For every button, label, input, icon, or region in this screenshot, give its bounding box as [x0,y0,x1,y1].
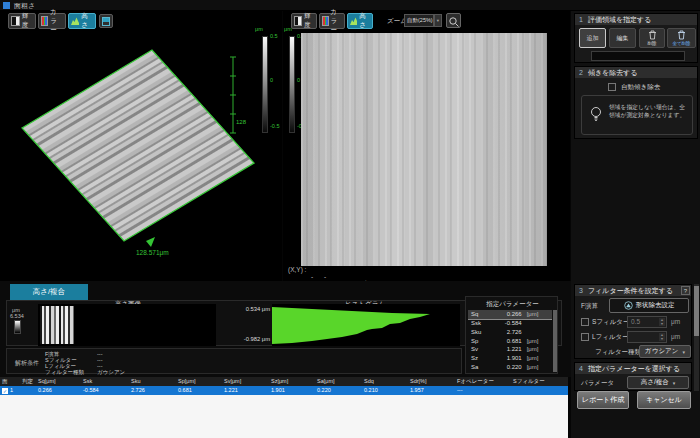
parameter-row-sp[interactable]: Sp0.681[μm] [468,337,552,346]
parameter-row-sq[interactable]: Sq0.266[μm] [468,310,552,319]
auto-tilt-label: 自動傾き除去 [621,83,660,91]
delete-label: 削除 [648,41,657,46]
s-filter-checkbox[interactable] [581,318,589,326]
dimension-label: 128.571μm [136,249,169,256]
histogram-box [272,304,460,346]
l-filter-spinner[interactable]: ▲▼ [659,333,665,341]
results-data-row[interactable]: ✓ 1 0.266 -0.584 2.726 0.681 1.221 1.901… [0,386,568,395]
col-sv[interactable]: Sv[μm] [222,377,269,386]
analysis-conditions-box: 解析条件 F演算--- Sフィルター--- Lフィルター--- フィルター種類ガ… [6,348,462,374]
parameter-label: パラメータ [581,379,614,387]
analysis-row-type: フィルター種類ガウシアン [45,369,125,375]
color-view-button[interactable]: カラー [38,13,66,29]
col-judgment[interactable]: 判定 [20,377,36,386]
colorbar-tick-mid-2d: 0 [297,77,300,83]
app-icon [3,2,10,9]
edit-label: 編集 [617,34,629,43]
brightness-view-button-2d[interactable]: 輝度 [291,13,317,29]
parameter-list-scrollbar[interactable] [553,310,557,372]
col-sz[interactable]: Sz[μm] [269,377,315,386]
add-region-button[interactable]: 追加 [579,28,606,48]
l-filter-checkbox[interactable] [581,333,589,341]
delete-region-button[interactable]: 削除 [639,28,665,48]
row-select-cell[interactable]: ✓ 1 [0,386,20,395]
height-image-box [38,304,216,346]
filter-type-select[interactable]: ガウシアン ▾ [639,345,691,358]
brightness-view-button[interactable]: 輝度 [8,13,36,29]
l-filter-label: Lフィルター [592,333,629,341]
col-sdr[interactable]: Sdr[%] [408,377,455,386]
add-label: 追加 [587,34,599,43]
viewer-3d-pane[interactable]: 輝度 カラー 高さ [0,11,282,281]
height-view-button[interactable]: 高さ [68,13,96,29]
edit-region-button[interactable]: 編集 [609,28,636,48]
step2-header: 2 傾きを除去する [575,67,697,78]
surface-3d-canvas[interactable] [0,35,282,281]
trash-icon [648,30,657,40]
delete-all-regions-button[interactable]: 全て削除 [667,28,696,48]
s-filter-input[interactable]: 0.5 ▲▼ [627,316,667,328]
surface-3d-mesh[interactable] [22,50,254,241]
col-surface[interactable]: 面 [0,377,20,386]
zoom-tool-button[interactable] [446,13,461,28]
parameter-list[interactable]: Sq0.266[μm] Ssk-0.584 Sku2.726 Sp0.681[μ… [468,310,552,372]
height-label: 高さ [359,12,370,30]
panel-scrollbar[interactable] [694,284,699,391]
parameter-select[interactable]: 高さ/複合 ▾ [627,376,689,389]
parameter-row-sku[interactable]: Sku2.726 [468,328,552,337]
parameter-row-ssk[interactable]: Ssk-0.584 [468,319,552,328]
parameter-value: 高さ/複合 [641,378,669,387]
panel-scrollbar-thumb[interactable] [694,286,699,336]
shape-removal-icon [624,301,633,310]
col-sp[interactable]: Sp[μm] [176,377,222,386]
viewer-2d-pane[interactable]: 輝度 カラー 高さ ズーム 自動(25%) ▾ μm 0.5 0 -0.5 (X… [283,11,570,281]
s-filter-spinner[interactable]: ▲▼ [659,318,665,326]
parameter-list-scrollbar-thumb[interactable] [553,310,557,372]
step1-section: 1 評価領域を指定する 追加 編集 削除 全て削除 [574,13,698,63]
region-list-field[interactable] [591,51,685,61]
zoom-select[interactable]: 自動(25%) [404,14,434,27]
height-view-button-2d[interactable]: 高さ [347,13,373,29]
step4-section: 4 指定パラメーターを選択する パラメータ 高さ/複合 ▾ [574,362,692,391]
xy-label: (X,Y) : [288,266,306,273]
view-3d-toggle-button[interactable] [99,14,113,28]
tab-height-hybrid[interactable]: 高さ/複合 [10,284,88,300]
step2-section: 2 傾きを除去する 自動傾き除去 領域を指定しない場合は、全領域が測定対象となり… [574,66,698,139]
step1-title: 評価領域を指定する [588,14,652,25]
step3-title: フィルター条件を設定する [588,285,673,296]
step1-header: 1 評価領域を指定する [575,14,697,25]
info-box: 領域を指定しない場合は、全領域が測定対象となります。 [581,95,693,135]
mini-colorbar [14,320,21,334]
help-button[interactable]: ? [681,286,690,295]
col-ssk[interactable]: Ssk [81,377,129,386]
xy-value: - - [311,273,326,280]
parameter-row-sv[interactable]: Sv1.221[μm] [468,345,552,354]
brightness-icon [294,16,302,26]
col-sa[interactable]: Sa[μm] [315,377,362,386]
step3-section: 3 フィルター条件を設定する ? F演算 形状除去設定 Sフィルター 0.5 ▲… [574,284,692,359]
brightness-icon [11,16,20,26]
col-sq[interactable]: Sq[μm] [36,377,81,386]
color-view-button-2d[interactable]: カラー [319,13,345,29]
parameter-row-sz[interactable]: Sz1.901[μm] [468,354,552,363]
zoom-select-arrow-icon[interactable]: ▾ [434,14,442,27]
l-filter-input[interactable]: ▲▼ [627,331,667,343]
step3-number: 3 [579,285,583,296]
surface-2d-image[interactable] [301,33,547,266]
col-s-filter[interactable]: Sフィルター [511,377,566,386]
row-checkbox[interactable]: ✓ [2,388,8,394]
parameter-row-sa[interactable]: Sa0.220[μm] [468,363,552,372]
viewer-status-bar: (X,Y) : - - 高さ : - - 輝度 : - - [283,259,570,273]
col-sku[interactable]: Sku [129,377,176,386]
height-image-thumbnail [40,306,74,344]
colorbar-tick-top: 0.5 [270,33,278,39]
cancel-button[interactable]: キャンセル [637,391,691,409]
height-colorbar [262,36,268,133]
auto-tilt-checkbox[interactable] [608,83,616,91]
col-sdq[interactable]: Sdq [362,377,408,386]
histogram-min-label: -0.982 μm [222,336,270,342]
col-f-operator[interactable]: Fオペレーター [455,377,511,386]
shape-removal-settings-button[interactable]: 形状除去設定 [609,298,689,313]
colorbar-unit-2d: μm [284,26,292,32]
create-report-button[interactable]: レポート作成 [577,391,629,409]
